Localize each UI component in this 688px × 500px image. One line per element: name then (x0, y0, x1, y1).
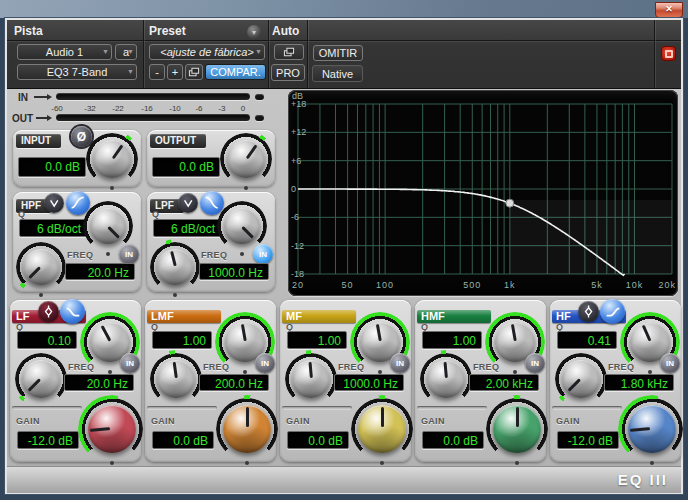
hpf-slope-value[interactable]: 6 dB/oct (19, 219, 87, 237)
section-divider (268, 20, 269, 88)
hf-gain-value[interactable]: -12.0 dB (557, 431, 619, 449)
plugin-selector-value: EQ3 7-Band (47, 66, 108, 78)
knob-pointer (223, 405, 271, 453)
plugin-selector[interactable]: EQ3 7-Band ▼ (17, 64, 137, 80)
hpf-freq-label: FREQ (67, 250, 93, 260)
lmf-gain-knob[interactable] (219, 401, 275, 457)
knob-cap (88, 405, 136, 453)
knob-cap (157, 360, 195, 398)
hpf-freq-value[interactable]: 20.0 Hz (65, 263, 135, 280)
hf-in-button[interactable]: IN (660, 353, 680, 373)
hpf-panel: HPF Q 6 dB/oct IN FREQ 20.0 Hz (13, 192, 141, 292)
hf-freq-knob[interactable] (558, 356, 604, 402)
knob-cap (157, 249, 193, 285)
hmf-q-value[interactable]: 1.00 (422, 331, 482, 349)
plugin-footer: EQ III (7, 466, 681, 493)
track-selector[interactable]: Audio 1 ▼ (17, 44, 112, 60)
hmf-gain-knob[interactable] (489, 401, 545, 457)
lmf-freq-value[interactable]: 200.0 Hz (199, 374, 269, 391)
knob-cap (90, 208, 126, 244)
mf-in-button[interactable]: IN (390, 353, 410, 373)
processing-mode-button[interactable]: Native (312, 65, 363, 82)
output-gain-knob[interactable] (223, 136, 269, 182)
lf-in-button[interactable]: IN (120, 353, 140, 373)
hpf-in-button[interactable]: IN (119, 244, 139, 264)
lpf-in-button[interactable]: IN (253, 244, 273, 264)
hpf-notch-button[interactable] (44, 193, 64, 213)
eq-curve-svg[interactable]: dB+18+12+60-6-12-1820501005001k5k10k20k (288, 90, 678, 296)
hf-peak-button[interactable] (578, 301, 599, 322)
copy-settings-button[interactable] (185, 64, 203, 80)
mf-freq-knob[interactable] (288, 356, 334, 402)
meter-tick: -6 (195, 104, 202, 113)
output-gain-value[interactable]: 0.0 dB (152, 157, 220, 177)
lmf-q-value[interactable]: 1.00 (152, 331, 212, 349)
peak-notch-icon (41, 304, 56, 319)
window-close-button[interactable]: ✕ (655, 2, 683, 18)
window-titlebar[interactable]: ✕ (0, 0, 688, 18)
lf-shelf-button[interactable] (60, 299, 85, 324)
pro-button[interactable]: PRO (271, 64, 305, 81)
lmf-freq-knob[interactable] (153, 356, 199, 402)
svg-text:0: 0 (291, 184, 296, 194)
svg-text:20k: 20k (658, 280, 676, 290)
input-clip-led[interactable] (255, 94, 264, 100)
lpf-notch-button[interactable] (178, 193, 198, 213)
preset-menu-button[interactable]: ▼ (247, 25, 261, 39)
band-panel-lf: LF Q 0.10 IN FREQ 20.0 Hz GAI (10, 300, 141, 462)
knob-cap (23, 249, 59, 285)
mf-freq-value[interactable]: 1000.0 Hz (334, 374, 404, 391)
compare-button[interactable]: COMPAR. (205, 64, 266, 80)
hpf-freq-knob[interactable] (19, 245, 63, 289)
mf-q-value[interactable]: 1.00 (287, 331, 347, 349)
lpf-freq-value[interactable]: 1000.0 Hz (199, 263, 269, 280)
hf-gain-knob[interactable] (624, 401, 680, 457)
hpf-q-knob[interactable] (86, 204, 130, 248)
hmf-in-button[interactable]: IN (525, 353, 545, 373)
knob-cap (224, 208, 260, 244)
lpf-slope-value[interactable]: 6 dB/oct (153, 219, 221, 237)
gain-label: GAIN (286, 416, 310, 426)
lpf-freq-knob[interactable] (153, 245, 197, 289)
preset-increment-button[interactable]: + (167, 64, 183, 80)
target-button[interactable] (661, 46, 676, 61)
preset-decrement-button[interactable]: - (149, 64, 165, 80)
lpf-q-knob[interactable] (220, 204, 264, 248)
hmf-freq-knob[interactable] (423, 356, 469, 402)
input-gain-value[interactable]: 0.0 dB (18, 157, 86, 177)
hmf-freq-value[interactable]: 2.00 kHz (469, 374, 539, 391)
band-panel-mf: MF Q 1.00 IN FREQ 1000.0 Hz GAIN 0.0 dB (280, 300, 411, 462)
hf-q-value[interactable]: 0.41 (557, 331, 617, 349)
lpf-q-label: Q (152, 209, 159, 219)
lmf-in-button[interactable]: IN (255, 353, 275, 373)
preset-selector[interactable]: <ajuste de fábrica> ▼ (149, 44, 265, 60)
mf-gain-knob[interactable] (354, 401, 410, 457)
band-label: LMF (151, 310, 174, 322)
lf-freq-value[interactable]: 20.0 Hz (64, 374, 134, 391)
hmf-gain-value[interactable]: 0.0 dB (422, 431, 484, 449)
lf-gain-value[interactable]: -12.0 dB (17, 431, 79, 449)
lf-q-value[interactable]: 0.10 (17, 331, 77, 349)
meter-tick: -16 (141, 104, 153, 113)
eq-curve-display[interactable]: dB+18+12+60-6-12-1820501005001k5k10k20k (288, 90, 678, 296)
automation-enable-button[interactable] (274, 44, 304, 60)
hf-shelf-button[interactable] (600, 299, 625, 324)
knob-pointer (358, 405, 406, 453)
mf-gain-value[interactable]: 0.0 dB (287, 431, 349, 449)
highpass-curve-icon (69, 194, 86, 211)
peak-notch-icon (581, 304, 596, 319)
lf-gain-knob[interactable] (84, 401, 140, 457)
lmf-gain-value[interactable]: 0.0 dB (152, 431, 214, 449)
output-clip-led[interactable] (255, 115, 264, 121)
lf-freq-knob[interactable] (18, 356, 64, 402)
lf-peak-button[interactable] (38, 301, 59, 322)
knob-pointer (290, 358, 331, 399)
input-gain-knob[interactable] (89, 136, 135, 182)
hf-freq-value[interactable]: 1.80 kHz (604, 374, 674, 391)
low-shelf-icon (64, 303, 82, 321)
knob-cap (93, 140, 131, 178)
dropdown-arrow-icon: ▼ (255, 48, 262, 55)
bypass-button[interactable]: OMITIR (313, 45, 363, 61)
automation-selector[interactable]: a ▼ (115, 44, 137, 60)
automation-stack-icon (283, 47, 295, 57)
